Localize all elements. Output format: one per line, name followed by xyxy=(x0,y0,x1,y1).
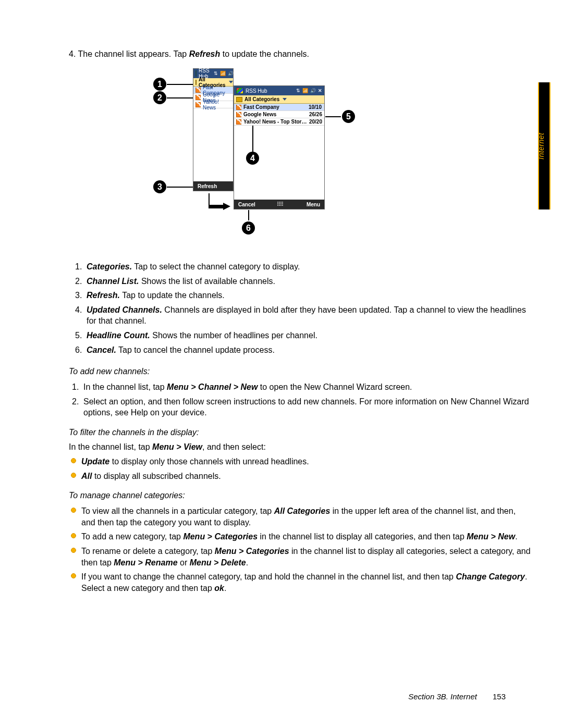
list-item[interactable]: Google News 26/26 xyxy=(234,111,324,118)
cancel-button[interactable]: Cancel xyxy=(238,202,255,207)
dropdown-icon xyxy=(283,98,287,101)
windows-flag-icon xyxy=(236,88,243,94)
antenna-icon: 📶 xyxy=(220,71,226,76)
step-text-after: to update the channels. xyxy=(220,50,309,58)
channel-name: Fast Company xyxy=(243,104,309,110)
rss-icon xyxy=(195,95,201,100)
antenna-icon: 📶 xyxy=(302,88,308,93)
callout-4: 4 xyxy=(246,152,259,165)
device-a-softbar: Refresh xyxy=(193,181,233,191)
windows-flag-icon xyxy=(195,70,197,77)
close-icon[interactable]: ✕ xyxy=(318,88,322,93)
legend-item: 4.Updated Channels. Channels are display… xyxy=(75,304,532,327)
heading-manage-categories: To manage channel categories: xyxy=(69,491,532,500)
arrow-icon xyxy=(223,203,230,210)
legend-term: Updated Channels. xyxy=(87,305,162,314)
step-4-intro: 4. The channel list appears. Tap Refresh… xyxy=(69,50,532,59)
option-name: All xyxy=(81,472,92,480)
dropdown-icon xyxy=(229,81,233,83)
refresh-button[interactable]: Refresh xyxy=(198,183,217,189)
device-b-cat-label: All Categories xyxy=(244,96,279,102)
rss-icon xyxy=(195,88,201,93)
menu-path: Menu > Rename xyxy=(114,558,177,567)
bullet-icon xyxy=(71,508,76,513)
text: In the channel list, tap xyxy=(69,442,152,451)
filter-bullets: Update to display only those channels wi… xyxy=(69,456,532,482)
device-b-softbar: Cancel Menu xyxy=(234,200,324,209)
leader-1 xyxy=(167,84,193,85)
legend-term: Categories. xyxy=(87,262,132,271)
close-icon[interactable]: ✕ xyxy=(236,71,240,76)
legend-term: Refresh. xyxy=(87,291,120,300)
step-number: 4. xyxy=(69,50,76,58)
legend-term: Channel List. xyxy=(87,277,139,286)
legend-text: Shows the list of available channels. xyxy=(139,277,275,286)
leader-arrow-h xyxy=(209,205,224,208)
legend-item: 2.Channel List. Shows the list of availa… xyxy=(75,276,532,287)
rss-icon xyxy=(236,119,241,125)
manage-bullets: To view all the channels in a particular… xyxy=(69,505,532,594)
filter-lead: In the channel list, tap Menu > View, an… xyxy=(69,442,532,452)
device-b-list: Fast Company 10/10 Google News 26/26 Yah… xyxy=(234,104,324,200)
footer-page-number: 153 xyxy=(493,692,506,701)
term: All Categories xyxy=(274,507,331,515)
signal-icon: ⇅ xyxy=(214,71,218,76)
headline-count: 26/26 xyxy=(309,112,322,117)
item-num: 2. xyxy=(72,396,83,418)
device-b-titlebar: RSS Hub ⇅ 📶 🔊 ✕ xyxy=(234,86,324,95)
list-item: If you want to change the channel catego… xyxy=(69,571,532,594)
text: To view all the channels in a particular… xyxy=(81,507,274,515)
legend-item: 3.Refresh. Tap to update the channels. xyxy=(75,290,532,301)
list-item: All to display all subscribed channels. xyxy=(69,471,532,482)
rss-icon xyxy=(195,102,201,107)
legend-num: 1. xyxy=(75,261,87,273)
side-tab-label: Internet xyxy=(535,82,547,209)
menu-button[interactable]: Menu xyxy=(307,202,320,207)
menu-path: Menu > Channel > New xyxy=(167,382,258,391)
channel-name: Google News xyxy=(243,112,309,117)
item-num: 1. xyxy=(72,381,83,393)
legend-term: Headline Count. xyxy=(87,331,150,340)
page-footer: Section 3B. Internet 153 xyxy=(408,692,506,701)
device-b-categories[interactable]: All Categories xyxy=(234,95,324,104)
legend-num: 5. xyxy=(75,330,87,341)
channel-name: Yahoo! News xyxy=(203,99,231,110)
text: In the channel list, tap xyxy=(83,382,167,391)
legend-text: Tap to update the channels. xyxy=(120,291,225,300)
list-item[interactable]: Fast Company 10/10 xyxy=(234,104,324,111)
leader-5 xyxy=(325,116,341,117)
menu-path: Menu > New xyxy=(467,532,515,541)
channel-name: Yahoo! News - Top Stor… xyxy=(243,119,309,125)
rss-icon xyxy=(236,112,241,117)
legend-num: 4. xyxy=(75,304,87,327)
device-b-title: RSS Hub xyxy=(246,88,267,94)
legend-num: 3. xyxy=(75,290,87,301)
text: To rename or delete a category, tap xyxy=(81,547,215,556)
text: to display only those channels with unre… xyxy=(109,457,309,466)
signal-icon: ⇅ xyxy=(296,88,300,93)
device-a: RSS Hub ⇅ 📶 🔊 ✕ All Categories Fast Comp… xyxy=(193,68,234,191)
legend-num: 2. xyxy=(75,276,87,287)
bullet-icon xyxy=(71,573,76,578)
headline-count: 10/10 xyxy=(309,104,322,110)
list-item: To rename or delete a category, tap Menu… xyxy=(69,546,532,568)
list-item[interactable]: Yahoo! News xyxy=(193,101,233,108)
step-keyword: Refresh xyxy=(189,50,221,58)
menu-path: Menu > Categories xyxy=(183,532,258,541)
list-item[interactable]: Yahoo! News - Top Stor… 20/20 xyxy=(234,118,324,126)
leader-2 xyxy=(167,97,193,98)
callout-2: 2 xyxy=(153,91,166,104)
list-item: To view all the channels in a particular… xyxy=(69,505,532,528)
text: . xyxy=(515,532,517,541)
text: . xyxy=(246,558,248,567)
text: or xyxy=(178,558,190,567)
headline-count: 20/20 xyxy=(309,119,322,125)
figure-legend: 1.Categories. Tap to select the channel … xyxy=(69,261,532,355)
keyboard-icon[interactable] xyxy=(277,202,285,207)
text: to open the New Channel Wizard screen. xyxy=(258,382,412,391)
rss-icon xyxy=(236,105,241,110)
list-item: 1.In the channel list, tap Menu > Channe… xyxy=(72,381,532,393)
legend-text: Tap to select the channel category to di… xyxy=(132,262,300,271)
list-item: 2.Select an option, and then follow scre… xyxy=(72,396,532,418)
list-item: Update to display only those channels wi… xyxy=(69,456,532,467)
